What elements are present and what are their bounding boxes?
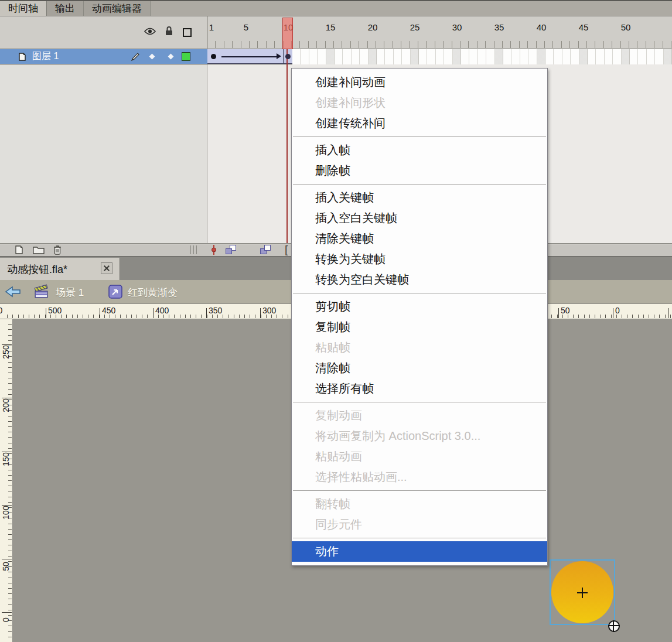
menu-item-select-all-frames[interactable]: 选择所有帧: [292, 378, 547, 399]
breadcrumb-symbol[interactable]: 红到黄渐变: [128, 286, 178, 299]
keyframe-dot-icon: [285, 54, 291, 59]
frame-context-menu: 创建补间动画 创建补间形状 创建传统补间 插入帧 删除帧 插入关键帧 插入空白关…: [291, 68, 548, 566]
onion-skin-outlines-icon[interactable]: [260, 245, 272, 255]
menu-item-paste-frames: 粘贴帧: [292, 337, 547, 358]
menu-separator: [293, 293, 546, 293]
frame-ruler-label[interactable]: 5: [244, 22, 248, 32]
menu-item-insert-frame[interactable]: 插入帧: [292, 140, 547, 160]
back-arrow-icon[interactable]: [5, 285, 21, 298]
ruler-label: 300: [262, 306, 276, 315]
ruler-label: 50: [1, 555, 11, 578]
outline-view-icon[interactable]: [183, 28, 192, 37]
ruler-minor-ticks: [8, 319, 12, 642]
ruler-label: 500: [48, 306, 62, 315]
menu-item-copy-frames[interactable]: 复制帧: [292, 317, 547, 337]
frame-ruler-label[interactable]: 35: [494, 22, 504, 32]
ruler-label: 0: [615, 306, 620, 315]
menu-item-clear-keyframe[interactable]: 清除关键帧: [292, 228, 547, 249]
tween-arrow-line: [221, 56, 278, 57]
symbol-icon: [108, 285, 122, 299]
layer-type-icon: [18, 52, 27, 62]
menu-item-copy-motion-as-actionscript: 将动画复制为 ActionScript 3.0...: [292, 426, 547, 446]
keyframe-cell-frame10[interactable]: [284, 49, 292, 64]
flash-application-window: 时间轴 输出 动画编辑器 1 5 10 15 20 25 30 35 40 45…: [0, 0, 672, 642]
panel-tab-bar: 时间轴 输出 动画编辑器: [0, 0, 672, 16]
ruler-label: 0: [1, 608, 11, 631]
menu-item-convert-to-keyframes[interactable]: 转换为关键帧: [292, 249, 547, 269]
frame-ruler-label[interactable]: 20: [368, 22, 378, 32]
menu-separator: [293, 184, 546, 185]
tween-arrow-head-icon: [277, 53, 281, 59]
menu-separator: [293, 402, 546, 402]
pencil-edit-icon: [130, 52, 141, 62]
menu-separator: [293, 136, 546, 137]
playhead-line[interactable]: [286, 49, 288, 243]
lock-icon[interactable]: [165, 26, 173, 36]
new-layer-icon[interactable]: [14, 245, 24, 255]
menu-item-create-classic-tween[interactable]: 创建传统补间: [292, 113, 547, 134]
ruler-label: 150: [1, 448, 11, 471]
frame-ruler-label[interactable]: 25: [410, 22, 420, 32]
menu-separator: [293, 538, 546, 538]
scene-clapperboard-icon: [34, 284, 49, 299]
layer-item-selected[interactable]: 图层 1: [0, 49, 207, 64]
timeline-header: 1 5 10 15 20 25 30 35 40 45 50: [0, 16, 672, 49]
menu-item-remove-frames[interactable]: 删除帧: [292, 160, 547, 181]
menu-item-clear-frames[interactable]: 清除帧: [292, 358, 547, 378]
breadcrumb-scene[interactable]: 场景 1: [56, 286, 84, 299]
menu-item-reverse-frames: 翻转帧: [292, 494, 547, 514]
modify-markers-icon[interactable]: [: [285, 244, 288, 254]
menu-item-insert-blank-keyframe[interactable]: 插入空白关键帧: [292, 208, 547, 228]
ruler-label: 200: [1, 394, 11, 417]
frame-ruler-label[interactable]: 15: [326, 22, 336, 32]
center-frame-icon[interactable]: [211, 245, 217, 255]
pane-resize-grip[interactable]: [190, 245, 199, 254]
ruler-label: 350: [209, 306, 222, 315]
transform-center-cross-icon: [582, 588, 583, 598]
empty-frames-track[interactable]: [292, 49, 672, 64]
layer-unlocked-dot-icon[interactable]: [168, 54, 174, 60]
close-document-icon[interactable]: [101, 262, 112, 274]
frame-ruler-label[interactable]: 1: [209, 22, 214, 32]
menu-item-paste-motion: 粘贴动画: [292, 446, 547, 467]
ruler-label: 250: [1, 340, 11, 364]
menu-item-actions[interactable]: 动作: [292, 541, 547, 562]
tab-timeline[interactable]: 时间轴: [0, 1, 47, 16]
frame-tick-strip[interactable]: [207, 41, 672, 48]
keyframe-dot-icon: [211, 54, 216, 59]
tab-output[interactable]: 输出: [47, 1, 84, 16]
layer-visible-dot-icon[interactable]: [149, 54, 155, 60]
layer-outline-color-swatch[interactable]: [182, 52, 190, 61]
menu-item-paste-motion-special: 选择性粘贴动画...: [292, 467, 547, 487]
frame-ruler-label[interactable]: 50: [621, 22, 631, 32]
menu-item-copy-motion: 复制动画: [292, 405, 547, 426]
delete-layer-trash-icon[interactable]: [53, 244, 62, 255]
frame-ruler-label[interactable]: 30: [452, 22, 462, 32]
ruler-label: 450: [102, 306, 115, 315]
visibility-eye-icon[interactable]: [144, 27, 156, 36]
playhead-marker[interactable]: [282, 18, 293, 49]
frame-ruler-label[interactable]: 40: [537, 22, 547, 32]
menu-separator: [293, 490, 546, 491]
ruler-label: 400: [155, 306, 169, 315]
ruler-label: 550: [0, 306, 2, 315]
ruler-label: 100: [1, 501, 11, 524]
layer-name-label[interactable]: 图层 1: [32, 50, 59, 63]
menu-item-create-motion-tween[interactable]: 创建补间动画: [292, 72, 547, 93]
vertical-ruler: 250 200 150 100 50 0: [0, 319, 13, 642]
layer-list-empty-area[interactable]: [0, 64, 207, 243]
menu-item-synchronize-symbols: 同步元件: [292, 514, 547, 535]
ruler-label: 50: [561, 306, 570, 315]
menu-item-cut-frames[interactable]: 剪切帧: [292, 296, 547, 317]
tab-motion-editor[interactable]: 动画编辑器: [84, 1, 151, 16]
motion-tween-span[interactable]: [207, 49, 284, 64]
timeline-layer-row: 图层 1: [0, 49, 672, 64]
registration-point-icon: [608, 620, 620, 632]
menu-item-insert-keyframe[interactable]: 插入关键帧: [292, 187, 547, 208]
new-folder-icon[interactable]: [33, 246, 45, 254]
onion-skin-icon[interactable]: [226, 245, 237, 255]
frame-ruler-label[interactable]: 45: [579, 22, 589, 32]
menu-item-convert-to-blank-keyframes[interactable]: 转换为空白关键帧: [292, 269, 547, 290]
menu-item-create-shape-tween: 创建补间形状: [292, 93, 547, 113]
document-title: 动感按钮.fla*: [7, 262, 67, 276]
